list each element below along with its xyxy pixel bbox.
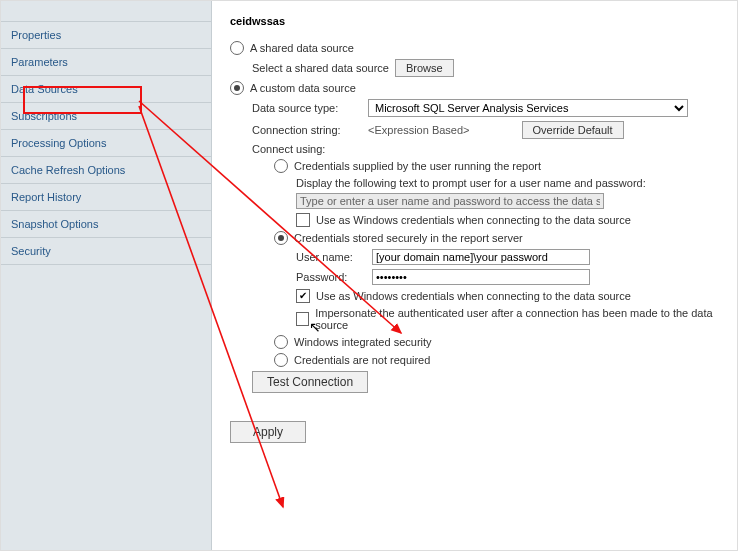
sidebar-item-label: Processing Options <box>11 137 106 149</box>
windows-integrated-radio[interactable] <box>274 335 288 349</box>
sidebar-item-label: Report History <box>11 191 81 203</box>
sidebar-item-label: Data Sources <box>11 83 78 95</box>
sidebar-item-snapshot-options[interactable]: Snapshot Options <box>1 211 211 238</box>
data-source-type-select[interactable]: Microsoft SQL Server Analysis Services <box>368 99 688 117</box>
impersonate-label: Impersonate the authenticated user after… <box>315 307 719 331</box>
sidebar-item-label: Properties <box>11 29 61 41</box>
sidebar-item-subscriptions[interactable]: Subscriptions <box>1 103 211 130</box>
no-credentials-label: Credentials are not required <box>294 354 430 366</box>
credentials-supplied-label: Credentials supplied by the user running… <box>294 160 541 172</box>
data-source-type-label: Data source type: <box>252 102 362 114</box>
credentials-supplied-radio[interactable] <box>274 159 288 173</box>
shared-data-source-radio[interactable] <box>230 41 244 55</box>
impersonate-checkbox[interactable] <box>296 312 309 326</box>
credentials-stored-radio[interactable] <box>274 231 288 245</box>
password-input[interactable] <box>372 269 590 285</box>
select-shared-label: Select a shared data source <box>252 62 389 74</box>
apply-button[interactable]: Apply <box>230 421 306 443</box>
sidebar-item-label: Snapshot Options <box>11 218 98 230</box>
shared-data-source-label: A shared data source <box>250 42 354 54</box>
password-label: Password: <box>296 271 366 283</box>
windows-integrated-label: Windows integrated security <box>294 336 432 348</box>
override-default-button[interactable]: Override Default <box>522 121 624 139</box>
sidebar: Properties Parameters Data Sources Subsc… <box>1 1 212 550</box>
stored-use-windows-label: Use as Windows credentials when connecti… <box>316 290 631 302</box>
connection-string-value: <Expression Based> <box>368 124 470 136</box>
sidebar-item-properties[interactable]: Properties <box>1 21 211 49</box>
browse-button[interactable]: Browse <box>395 59 454 77</box>
sidebar-item-label: Subscriptions <box>11 110 77 122</box>
sidebar-item-processing-options[interactable]: Processing Options <box>1 130 211 157</box>
sidebar-item-report-history[interactable]: Report History <box>1 184 211 211</box>
prompt-text-caption: Display the following text to prompt use… <box>296 177 646 189</box>
supplied-use-windows-label: Use as Windows credentials when connecti… <box>316 214 631 226</box>
prompt-text-input[interactable] <box>296 193 604 209</box>
sidebar-item-label: Security <box>11 245 51 257</box>
connect-using-label: Connect using: <box>252 143 325 155</box>
page-title: ceidwssas <box>230 15 719 27</box>
user-name-input[interactable] <box>372 249 590 265</box>
stored-use-windows-checkbox[interactable] <box>296 289 310 303</box>
custom-data-source-label: A custom data source <box>250 82 356 94</box>
supplied-use-windows-checkbox[interactable] <box>296 213 310 227</box>
no-credentials-radio[interactable] <box>274 353 288 367</box>
sidebar-item-security[interactable]: Security <box>1 238 211 265</box>
sidebar-item-label: Parameters <box>11 56 68 68</box>
test-connection-button[interactable]: Test Connection <box>252 371 368 393</box>
sidebar-item-data-sources[interactable]: Data Sources <box>1 76 211 103</box>
content-pane: ceidwssas A shared data source Select a … <box>212 1 737 550</box>
credentials-stored-label: Credentials stored securely in the repor… <box>294 232 523 244</box>
custom-data-source-radio[interactable] <box>230 81 244 95</box>
sidebar-item-parameters[interactable]: Parameters <box>1 49 211 76</box>
sidebar-item-label: Cache Refresh Options <box>11 164 125 176</box>
sidebar-item-cache-refresh-options[interactable]: Cache Refresh Options <box>1 157 211 184</box>
connection-string-label: Connection string: <box>252 124 362 136</box>
user-name-label: User name: <box>296 251 366 263</box>
